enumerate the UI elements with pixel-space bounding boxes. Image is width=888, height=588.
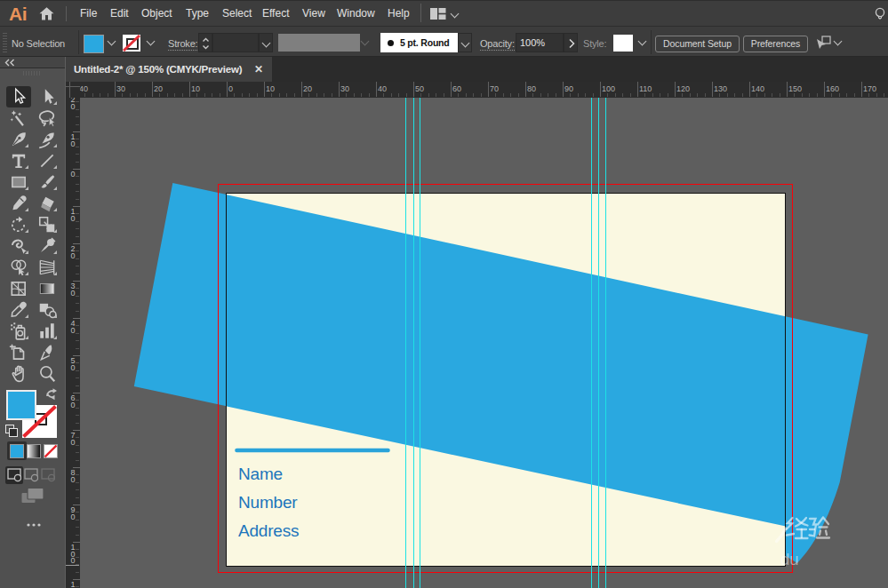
svg-text:du: du <box>780 550 799 568</box>
